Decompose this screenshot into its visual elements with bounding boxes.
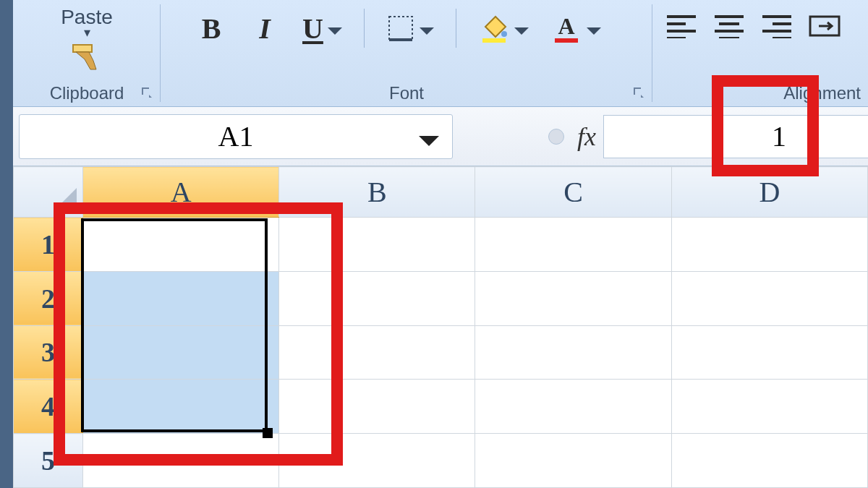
cell-A3[interactable] <box>82 325 278 380</box>
bold-button[interactable]: B <box>195 12 227 44</box>
dialog-launcher-icon[interactable] <box>140 86 153 99</box>
cell-B2[interactable] <box>279 271 475 325</box>
cell-B1[interactable] <box>279 218 475 272</box>
window-left-edge <box>0 0 13 488</box>
worksheet-grid[interactable]: A B C D 1 2 3 <box>13 166 868 488</box>
cell-C2[interactable] <box>475 271 671 325</box>
chevron-down-icon[interactable] <box>420 27 434 35</box>
chevron-down-icon[interactable] <box>419 119 439 153</box>
cell-A2[interactable] <box>82 271 278 325</box>
svg-point-2 <box>501 31 507 37</box>
ribbon-group-font: B I U <box>161 0 652 106</box>
paste-button[interactable]: Paste ▾ <box>23 4 150 71</box>
format-painter-button[interactable] <box>70 42 103 71</box>
align-center-icon <box>713 14 745 38</box>
row-header-1[interactable]: 1 <box>14 218 83 272</box>
row-header-2[interactable]: 2 <box>14 271 83 325</box>
cell-D5[interactable] <box>671 434 867 488</box>
separator <box>456 9 456 48</box>
font-color-icon: A <box>550 12 582 44</box>
italic-button[interactable]: I <box>249 12 281 44</box>
cell-B3[interactable] <box>279 325 475 380</box>
column-header-C[interactable]: C <box>475 167 671 218</box>
cell-C3[interactable] <box>475 325 671 380</box>
bold-label: B <box>202 12 221 46</box>
cell-A5[interactable] <box>82 434 278 488</box>
group-label-font: Font <box>161 83 652 103</box>
fx-label: fx <box>577 122 596 151</box>
insert-function-button[interactable]: fx <box>577 121 596 152</box>
column-header-B[interactable]: B <box>279 167 475 218</box>
paint-bucket-icon <box>478 12 510 44</box>
cell-D4[interactable] <box>671 380 867 434</box>
name-box-value: A1 <box>218 119 254 153</box>
cell-A4[interactable] <box>82 380 278 434</box>
svg-rect-3 <box>482 38 506 43</box>
cell-D1[interactable] <box>671 218 867 272</box>
row-header-5[interactable]: 5 <box>14 434 83 488</box>
merge-icon <box>809 14 841 38</box>
underline-label: U <box>302 12 323 46</box>
svg-text:A: A <box>558 13 574 39</box>
fill-handle[interactable] <box>263 428 273 438</box>
row-header-4[interactable]: 4 <box>14 380 83 434</box>
fill-color-button[interactable] <box>478 12 529 44</box>
dialog-launcher-icon[interactable] <box>632 86 645 99</box>
italic-label: I <box>259 12 271 46</box>
ribbon: Paste ▾ Clipboard B I U <box>13 0 868 107</box>
formula-bar-buttons: fx <box>459 121 603 152</box>
chevron-down-icon[interactable] <box>328 27 342 35</box>
column-header-D[interactable]: D <box>671 167 867 218</box>
cell-C1[interactable] <box>475 218 671 272</box>
formula-input[interactable] <box>603 115 868 158</box>
align-left-button[interactable] <box>665 10 697 42</box>
align-right-button[interactable] <box>761 10 793 42</box>
merge-cells-button[interactable] <box>809 10 841 42</box>
ribbon-group-alignment: Alignment <box>652 0 868 106</box>
chevron-down-icon[interactable] <box>587 27 601 35</box>
cell-C4[interactable] <box>475 380 671 434</box>
separator <box>364 9 365 48</box>
paintbrush-icon <box>70 42 103 71</box>
underline-button[interactable]: U <box>302 12 342 44</box>
cell-A1[interactable] <box>82 218 278 272</box>
column-header-A[interactable]: A <box>82 167 278 218</box>
cell-D3[interactable] <box>671 325 867 380</box>
borders-icon <box>386 14 415 43</box>
row-header-3[interactable]: 3 <box>14 325 83 380</box>
ribbon-group-clipboard: Paste ▾ Clipboard <box>13 0 161 106</box>
name-box[interactable]: A1 <box>19 114 453 159</box>
borders-button[interactable] <box>386 12 434 44</box>
font-color-button[interactable]: A <box>550 12 601 44</box>
cell-B5[interactable] <box>279 434 475 488</box>
group-label-alignment: Alignment <box>652 83 868 103</box>
chevron-down-icon: ▾ <box>84 29 90 36</box>
align-left-icon <box>665 14 697 38</box>
formula-bar: A1 fx <box>13 107 868 166</box>
cancel-formula-button[interactable] <box>548 129 564 145</box>
chevron-down-icon[interactable] <box>514 27 529 35</box>
cell-D2[interactable] <box>671 271 867 325</box>
align-right-icon <box>761 14 793 38</box>
select-all-corner[interactable] <box>14 167 83 218</box>
svg-rect-0 <box>389 17 412 40</box>
cell-B4[interactable] <box>279 380 475 434</box>
cell-C5[interactable] <box>475 434 671 488</box>
svg-rect-5 <box>555 38 578 43</box>
group-label-clipboard: Clipboard <box>13 83 161 103</box>
align-center-button[interactable] <box>713 10 745 42</box>
